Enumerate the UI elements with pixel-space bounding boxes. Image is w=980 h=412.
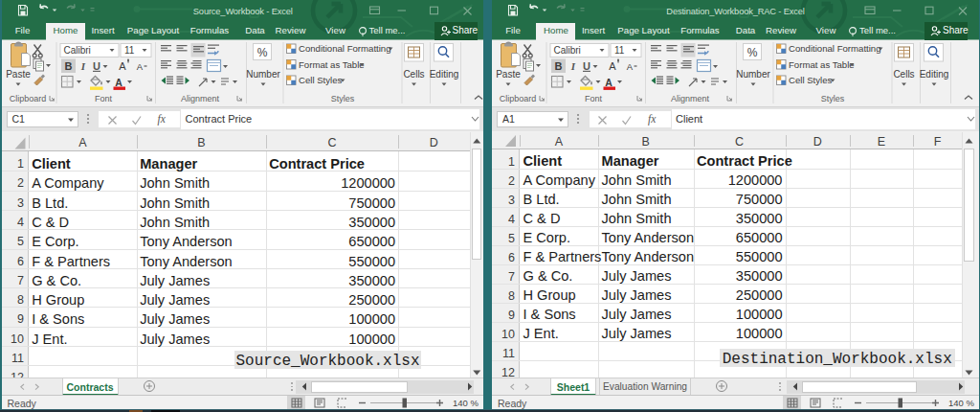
svg-text:Alignment: Alignment bbox=[671, 94, 710, 103]
svg-text:A: A bbox=[627, 60, 634, 71]
svg-text:%: % bbox=[747, 45, 758, 58]
svg-text:Cells: Cells bbox=[893, 69, 914, 80]
svg-text:Paste: Paste bbox=[6, 69, 31, 80]
svg-text:Format as Table: Format as Table bbox=[789, 58, 855, 69]
svg-text:Editing: Editing bbox=[920, 69, 949, 80]
svg-text:A: A bbox=[115, 76, 122, 87]
svg-text:Font: Font bbox=[94, 94, 112, 103]
svg-text:U: U bbox=[93, 59, 100, 71]
svg-text:Cell Styles: Cell Styles bbox=[789, 75, 833, 85]
svg-text:Calibri: Calibri bbox=[554, 44, 581, 55]
svg-text:U: U bbox=[583, 59, 590, 71]
svg-text:Destination_Workbook_RAC - Exc: Destination_Workbook_RAC - Excel bbox=[666, 7, 804, 16]
svg-text:Clipboard: Clipboard bbox=[9, 94, 46, 103]
svg-text:Number: Number bbox=[736, 69, 770, 80]
svg-text:Conditional Formatting: Conditional Formatting bbox=[299, 43, 391, 54]
svg-text:Clipboard: Clipboard bbox=[500, 94, 537, 103]
svg-text:Conditional Formatting: Conditional Formatting bbox=[789, 43, 881, 54]
svg-text:Source_Workbook - Excel: Source_Workbook - Excel bbox=[192, 7, 292, 16]
svg-text:11: 11 bbox=[614, 44, 625, 55]
svg-text:Cell Styles: Cell Styles bbox=[299, 75, 343, 85]
svg-text:Font: Font bbox=[585, 94, 603, 103]
svg-text:Cells: Cells bbox=[403, 69, 424, 80]
svg-text:A: A bbox=[119, 59, 126, 71]
svg-text:Styles: Styles bbox=[821, 94, 845, 103]
svg-text:Styles: Styles bbox=[330, 94, 354, 103]
svg-text:Calibri: Calibri bbox=[63, 44, 90, 55]
svg-text:%: % bbox=[256, 45, 267, 58]
svg-text:Format as Table: Format as Table bbox=[299, 58, 365, 69]
svg-text:11: 11 bbox=[124, 44, 135, 55]
svg-text:Number: Number bbox=[246, 69, 280, 80]
svg-text:A: A bbox=[609, 59, 616, 71]
svg-text:A: A bbox=[136, 60, 143, 71]
svg-text:B: B bbox=[555, 59, 563, 71]
svg-text:I: I bbox=[79, 59, 85, 71]
svg-text:Paste: Paste bbox=[496, 69, 521, 80]
svg-text:B: B bbox=[64, 59, 72, 71]
svg-text:A: A bbox=[605, 76, 612, 87]
svg-text:Alignment: Alignment bbox=[180, 94, 219, 103]
svg-text:Editing: Editing bbox=[429, 69, 458, 80]
svg-text:I: I bbox=[570, 59, 576, 71]
